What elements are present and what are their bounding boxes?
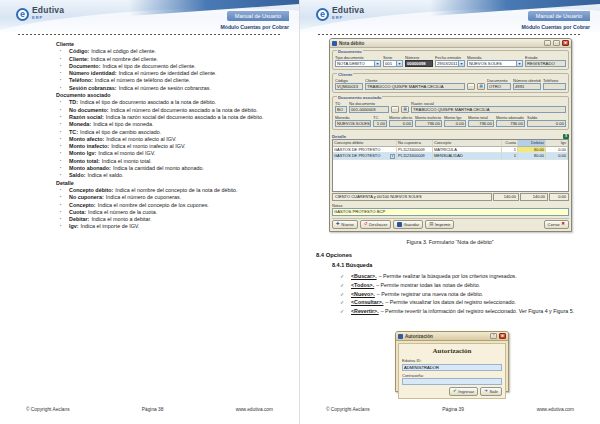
definition-item: No documento:Indica el número del docume… <box>56 107 289 114</box>
search-client-button[interactable]: … <box>467 83 475 90</box>
footer-page-number: Página 39 <box>442 407 464 412</box>
field-value <box>403 379 501 384</box>
cliente-field[interactable]: TRABUCCO QUISPE MARTHA CECILIA <box>365 83 465 90</box>
definition-item: Código:Indica el código del cliente. <box>56 48 289 55</box>
definition-item: Monto total:Indica el monto total. <box>56 158 289 165</box>
window-titlebar: Nota débito _ □ ✖ <box>330 39 571 48</box>
field-value: 0.00 <box>528 121 565 126</box>
figure-autorizacion-dialog: Autorización ? ✖ Autorización Edutiva ID… <box>395 331 509 392</box>
minimize-icon[interactable]: _ <box>544 40 551 46</box>
field-tc: TC 1.00 <box>373 115 387 127</box>
nota-debito-window: Nota débito _ □ ✖ Documento Tipo documen… <box>329 38 572 232</box>
close-icon[interactable]: ✖ <box>562 40 569 46</box>
page-header: e EdutivaERP Manual de Usuario Módulo Cu… <box>0 0 299 32</box>
group-documento-asociado: Documento asociado TD BO No documento 00… <box>332 96 569 130</box>
field-value: TRABUCCO QUISPE MARTHA CECILIA <box>412 107 565 112</box>
definition-item: Monto abonado:Indica la cantidad del mon… <box>56 165 289 172</box>
header-right: Manual de Usuario Módulo Cuentas por Cob… <box>521 4 590 30</box>
fecha-emision-picker[interactable]: 29/03/2011▾ <box>435 60 465 67</box>
deshacer-button[interactable]: ↺Deshacer <box>360 220 392 229</box>
serie-combo[interactable]: 001▾ <box>383 60 403 67</box>
close-icon[interactable]: ✖ <box>499 333 506 339</box>
logo-sub-text: ERP <box>32 14 64 22</box>
help-icon[interactable]: ? <box>490 333 497 339</box>
chevron-down-icon[interactable]: ▾ <box>516 61 522 66</box>
saldo-field: 0.00 <box>527 120 566 127</box>
td-field: BO <box>335 106 347 113</box>
imprimir-button[interactable]: ▤Imprimir <box>425 220 454 229</box>
field-serie: Serie 001▾ <box>383 55 403 67</box>
manual-title-badge: Manual de Usuario <box>227 11 289 21</box>
maximize-icon[interactable]: □ <box>553 40 560 46</box>
group-documento: Documento Tipo documento NOTA DEBITO▾ Se… <box>332 50 569 70</box>
check-icon: ✓ <box>340 272 344 281</box>
field-value: TRABUCCO QUISPE MARTHA CECILIA <box>366 84 464 89</box>
tipo-documento-combo[interactable]: NOTA DEBITO▾ <box>335 60 381 67</box>
definition-item: Debitar:Indica el monto a debitar. <box>56 216 289 223</box>
check-icon: ✔ <box>453 389 457 394</box>
field-value: 29/03/2011 <box>436 61 458 66</box>
field-value: 4991 <box>514 84 540 89</box>
notas-input[interactable]: GASTOS PROTESTO BCP <box>332 208 569 216</box>
field-value: 001 <box>384 61 396 66</box>
monto-afecto-field: 0.00 <box>389 120 413 127</box>
moneda-combo[interactable]: NUEVOS SOLES▾ <box>467 60 523 67</box>
exit-icon: ➜ <box>484 389 488 394</box>
document-list-button[interactable]: ▦ <box>401 106 409 113</box>
field-monto-inafecto: Monto inafecto 736.00 <box>415 115 442 127</box>
search-document-button[interactable]: … <box>391 106 399 113</box>
footer-page-number: Página 38 <box>142 407 164 412</box>
chevron-down-icon[interactable]: ▾ <box>396 61 402 66</box>
definition-item: Teléfono:Indica el número de teléfono de… <box>56 77 289 84</box>
field-fecha-emision: Fecha emisión 29/03/2011▾ <box>435 55 465 67</box>
guardar-button[interactable]: Guardar <box>393 220 423 229</box>
monto-igv-field: 0.00 <box>444 120 466 127</box>
excel-export-icon[interactable]: X <box>563 134 569 139</box>
client-list-button[interactable]: ▦ <box>477 83 485 90</box>
manual-spread: e EdutivaERP Manual de Usuario Módulo Cu… <box>0 0 600 424</box>
numero-input[interactable]: 00000098 <box>405 60 433 67</box>
ingresar-button[interactable]: ✔Ingresar <box>449 387 478 396</box>
codigo-field[interactable]: VQM00013 <box>335 83 363 90</box>
definition-item: Monto inafecto:Indica el monto inafecto … <box>56 143 289 150</box>
chevron-down-icon[interactable]: ▾ <box>458 61 464 66</box>
chevron-down-icon[interactable]: ▾ <box>390 154 395 159</box>
section-title-detalle: Detalle <box>56 180 289 187</box>
field-codigo: Código VQM00013 <box>335 78 363 90</box>
definition-item: Razón social:Indica la razón social del … <box>56 114 289 121</box>
field-td: TD BO <box>335 101 347 113</box>
edutiva-id-label: Edutiva ID: <box>402 358 502 363</box>
field-value: NOTA DEBITO <box>336 61 374 66</box>
field-value: ADMINISTRADOR <box>403 365 501 370</box>
nuevo-button[interactable]: ✚Nuevo <box>332 220 358 229</box>
window-icon <box>332 41 337 46</box>
close-icon: ✖ <box>561 222 565 227</box>
field-value <box>544 84 565 89</box>
new-icon: ✚ <box>336 222 340 227</box>
group-label: Cliente <box>337 72 353 77</box>
header-separator <box>318 34 582 35</box>
check-icon: ✓ <box>340 290 344 299</box>
definition-item: Cuota:Indica el número de la cuota. <box>56 209 289 216</box>
no-documento-field[interactable]: 001-0000003 <box>349 106 389 113</box>
check-icon: ✓ <box>340 298 344 307</box>
definition-item: Saldo:Indica el saldo. <box>56 172 289 179</box>
field-value: 736.00 <box>416 121 441 126</box>
contrasena-input[interactable] <box>402 378 502 385</box>
page-left: e EdutivaERP Manual de Usuario Módulo Cu… <box>0 0 300 424</box>
field-value: BO <box>336 107 346 112</box>
dialog-buttons: ✔Ingresar ➜Salir <box>402 387 502 396</box>
salir-button[interactable]: ➜Salir <box>480 387 502 396</box>
chevron-down-icon[interactable]: ▾ <box>374 61 380 66</box>
monto-abonado-field: 736.00 <box>496 120 525 127</box>
tc-field: 1.00 <box>373 120 387 127</box>
edutiva-id-input[interactable]: ADMINISTRADOR <box>402 364 502 371</box>
field-value: VQM00013 <box>336 84 362 89</box>
heading-opciones: 8.4 Opciones <box>316 252 352 258</box>
option-item: ✓<Todos>.– Permite mostrar todas las not… <box>340 281 592 290</box>
field-no-documento: No documento 001-0000003 <box>349 101 389 113</box>
definition-item: Moneda:Indica el tipo de moneda. <box>56 121 289 128</box>
cerrar-button[interactable]: Cerrar✖ <box>544 220 569 229</box>
definition-item: Concepto:Indica el nombre del concepto d… <box>56 202 289 209</box>
check-icon: ✓ <box>340 307 344 316</box>
